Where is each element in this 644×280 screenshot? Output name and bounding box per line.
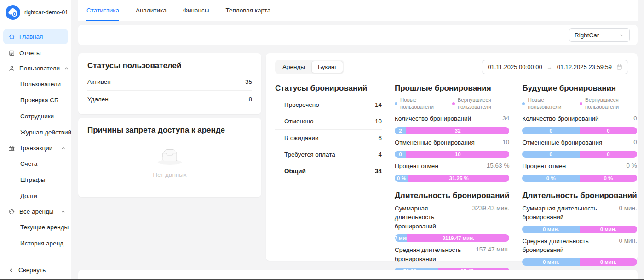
metric-head: Процент отмен15.63 %	[395, 162, 509, 171]
user-statuses-card: Статусы пользователей Активен35Удален8	[78, 53, 261, 114]
sidebar-item-label: Все аренды	[19, 208, 54, 215]
tab-teplovaya-karta[interactable]: Тепловая карта	[225, 0, 270, 21]
company-select[interactable]: RightCar	[569, 28, 630, 42]
company-select-value: RightCar	[575, 32, 599, 39]
legend-item: Вернувшиеся пользователи	[452, 97, 510, 111]
panel-grid: Статусы бронирований Просрочено14Отменен…	[275, 84, 628, 278]
metric-value: 10	[502, 138, 509, 146]
bar-segment-new: 0	[522, 151, 580, 158]
stacked-bar: 0 мин.0 мин.	[522, 258, 637, 266]
chevron-down-icon	[619, 33, 624, 38]
empty-state: Нет данных	[87, 137, 252, 185]
metric: Процент отмен15.63 %0 %31.25 %	[395, 162, 509, 182]
tab-statistika[interactable]: Статистика	[86, 0, 119, 21]
bar-segment-returning: 0	[580, 127, 637, 134]
date-range-picker[interactable]: 01.11.2025 00:00:00 → 01.12.2025 23:59:5…	[482, 60, 628, 74]
metric-head: Отмененные бронирования0	[522, 138, 637, 147]
panel-top: АрендыБукинг 01.11.2025 00:00:00 → 01.12…	[275, 60, 628, 74]
bar-segment-new: 97 мин.	[395, 234, 407, 242]
metric-value: 0 %	[627, 162, 637, 169]
bar-segment-new: 0	[395, 151, 406, 158]
booking-status-row: Требуется оплата4	[275, 146, 382, 163]
stacked-bar: 97 мин.3119.47 мин.	[395, 234, 509, 242]
booking-status-row: Отменено10	[275, 113, 382, 129]
sidebar-subitem-tekushchie-arendy[interactable]: Текущие аренды	[0, 219, 71, 235]
sidebar-item-polzovateli[interactable]: Пользователи	[0, 61, 71, 76]
booking-status-row: Общий34	[275, 163, 382, 179]
sidebar-item-tranzakcii[interactable]: Транзакции	[0, 140, 71, 156]
metric: Отмененные бронирования10010	[395, 138, 509, 158]
user-statuses-title: Статусы пользователей	[87, 61, 252, 70]
tab-finansy[interactable]: Финансы	[183, 0, 209, 21]
legend-item: Вернувшиеся пользователи	[580, 97, 637, 111]
booking-status-row: В ожидании6	[275, 129, 382, 146]
metric-label: Процент отмен	[522, 162, 566, 171]
sidebar-subitem-dolgi[interactable]: Долги	[0, 188, 71, 204]
empty-inbox-icon	[155, 147, 184, 168]
legend-item: Новые пользователи	[395, 97, 452, 111]
metric: Количество бронирований34232	[395, 114, 509, 134]
sidebar-item-otchety[interactable]: Отчеты	[0, 46, 71, 61]
bar-segment-new: 0 %	[395, 175, 408, 182]
chevron-up-icon	[61, 146, 66, 151]
stacked-bar: 0 %0 %	[522, 175, 637, 182]
sidebar-item-label: Пользователи	[19, 65, 60, 72]
bar-segment-returning: 32	[406, 127, 509, 134]
bar-segment-new: 0 мин.	[522, 258, 580, 266]
rightcar-logo-icon	[6, 5, 20, 20]
sidebar-item-vse-arendy[interactable]: Все аренды	[0, 204, 71, 219]
metric-label: Процент отмен	[395, 162, 438, 171]
sidebar-subitem-zhurnal-deystviy[interactable]: Журнал действий	[0, 124, 71, 140]
bar-segment-returning: 0	[580, 151, 637, 158]
status-label: Отменено	[284, 118, 313, 125]
bar-segment-returning: 0 мин.	[580, 226, 637, 233]
sidebar: rightcar-demo-01 ГлавнаяОтчетыПользовате…	[0, 0, 71, 280]
chevron-up-icon	[64, 66, 69, 71]
stacked-bar: 0 мин.0 мин.	[522, 226, 637, 233]
bar-segment-returning: 0 мин.	[580, 258, 637, 266]
sidebar-subitem-sotrudniki[interactable]: Сотрудники	[0, 108, 71, 124]
sidebar-subitem-istoriya-arend[interactable]: История аренд	[0, 235, 71, 251]
user-status-row: Удален8	[87, 90, 252, 108]
sidebar-subitem-proverka-sb[interactable]: Проверка СБ	[0, 92, 71, 108]
metric: Суммарная длительность бронирований3239.…	[395, 204, 509, 242]
status-label: Требуется оплата	[284, 151, 335, 158]
status-value: 35	[245, 78, 252, 85]
metric: Суммарная длительность бронирований0 мин…	[522, 204, 637, 233]
tab-bar: СтатистикаАналитикаФинансыТепловая карта	[78, 0, 638, 21]
rentals-booking-segmented: АрендыБукинг	[275, 60, 344, 74]
metric-head: Процент отмен0 %	[522, 162, 637, 171]
bar-segment-returning: 31.25 %	[408, 175, 509, 182]
arrow-right-icon: →	[547, 64, 552, 70]
bar-segment-returning: 0 %	[580, 175, 637, 182]
home-icon	[8, 33, 15, 40]
status-value: 10	[375, 118, 382, 125]
bar-segment-returning: 10	[406, 151, 509, 158]
segmented-option-buking[interactable]: Букинг	[311, 61, 343, 73]
stacked-bar: 00	[522, 127, 637, 134]
bank-icon	[8, 145, 15, 152]
calendar-icon	[616, 64, 622, 70]
sidebar-item-label: Отчеты	[19, 50, 41, 57]
sidebar-nav: ГлавнаяОтчетыПользователиПользователиПро…	[0, 25, 71, 260]
future-bookings-section: Будущие бронированияНовые пользователиВе…	[522, 84, 637, 186]
metric: Количество бронирований000	[522, 114, 637, 134]
tab-analitika[interactable]: Аналитика	[136, 0, 167, 21]
sidebar-item-glavnaya[interactable]: Главная	[3, 29, 68, 44]
sidebar-subitem-scheta[interactable]: Счета	[0, 156, 71, 172]
stacked-bar: 232	[395, 127, 509, 134]
legend-label: Вернувшиеся пользователи	[458, 97, 504, 111]
sidebar-subitem-shtrafy[interactable]: Штрафы	[0, 172, 71, 188]
app-root: rightcar-demo-01 ГлавнаяОтчетыПользовате…	[0, 0, 644, 280]
status-label: Общий	[284, 168, 306, 175]
empty-state-text: Нет данных	[153, 171, 187, 178]
segmented-option-arendy[interactable]: Аренды	[276, 61, 311, 73]
collapse-sidebar-button[interactable]: Свернуть	[0, 260, 71, 280]
users-icon	[8, 65, 15, 72]
status-label: Активен	[87, 78, 111, 85]
dashboard-row: Статусы пользователей Активен35Удален8 П…	[78, 53, 638, 261]
sidebar-item-label: Главная	[19, 33, 43, 40]
sidebar-subitem-polzovateli-sub[interactable]: Пользователи	[0, 76, 71, 92]
metric-head: Суммарная длительность бронирований3239.…	[395, 204, 509, 231]
past-bookings-section: Прошлые бронированияНовые пользователиВе…	[395, 84, 509, 186]
